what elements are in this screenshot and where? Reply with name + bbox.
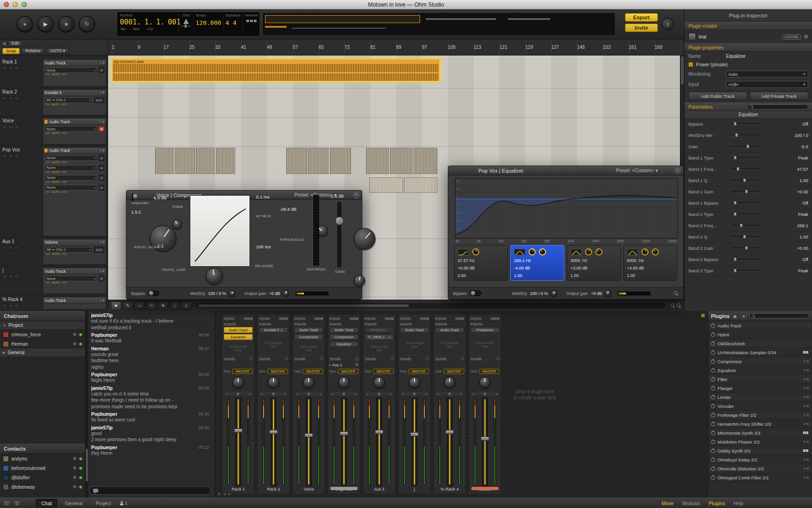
mute-button[interactable]: M <box>99 185 104 190</box>
tile-menu-icon[interactable]: ▪ <box>100 91 101 95</box>
band-knob[interactable] <box>539 248 546 255</box>
mixer-channel[interactable]: InputsnoneInsertsAudio TrackDrop a plugi… <box>398 314 431 494</box>
pan-knob[interactable] <box>479 377 491 388</box>
rack-name[interactable]: % Rack 4 <box>2 297 41 302</box>
inputs-value[interactable]: none <box>350 316 359 321</box>
loop-button[interactable]: ↻ <box>79 16 95 32</box>
tile-menu-icon[interactable]: ▪ <box>100 299 101 302</box>
power-icon[interactable] <box>711 431 715 435</box>
pan-center-control[interactable]: ◂C▸ <box>329 391 359 397</box>
insert-chip[interactable]: Audio Track <box>294 327 323 333</box>
plugin-list-item[interactable]: Mobilohm Phaser 2/2FX <box>708 437 812 446</box>
plugin-list-item[interactable]: FilterFX <box>708 375 812 384</box>
io-select[interactable]: None▾ <box>45 185 97 190</box>
timeline-ruler[interactable]: 1917253341495765738189971051131211291371… <box>108 40 684 56</box>
parameter-slider[interactable] <box>732 214 762 215</box>
parameter-value[interactable]: Peak <box>798 155 808 160</box>
parameter-value[interactable]: -5.6 <box>801 144 808 149</box>
automation-mode[interactable]: ONAUTOOFF <box>45 281 104 284</box>
tab-project[interactable]: Project <box>90 499 117 508</box>
track-tile-header[interactable]: Audio Track▪▾ <box>43 60 106 66</box>
io-select[interactable]: None▾ <box>45 276 97 281</box>
audio-clip[interactable] <box>414 148 437 174</box>
chevron-down-icon[interactable]: ▾ <box>102 240 104 244</box>
rack-name[interactable]: j <box>2 268 41 273</box>
parameter-value[interactable]: 100 / 0 <box>795 133 808 138</box>
pan-center-control[interactable]: ◂C▸ <box>365 391 394 397</box>
aux-send-row[interactable] <box>470 362 500 368</box>
rack-header[interactable]: Voice <box>2 118 41 144</box>
track-tile-header[interactable]: Audio Track▪▾ <box>43 268 106 275</box>
eq-band-panel[interactable]: 5000. Hz+4.00 dB1.00 <box>623 245 677 281</box>
tile-menu-icon[interactable]: ▪ <box>100 61 101 65</box>
auto-dropdown[interactable]: AUTO ▾ <box>47 48 69 54</box>
mixer-channel[interactable]: InputsnoneInsertsAudio TrackCompressorEq… <box>328 314 360 494</box>
send-slot-icon[interactable] <box>285 357 288 360</box>
fader-handle[interactable] <box>445 430 454 434</box>
contact-row[interactable]: andymc⚙ <box>0 454 85 463</box>
play-button[interactable]: ▶ <box>38 16 54 32</box>
aux-send-row[interactable] <box>400 362 429 368</box>
pan-center-control[interactable]: ◂C▸ <box>435 391 464 397</box>
output-routing[interactable]: MASTER <box>408 369 429 374</box>
band-q[interactable]: 1.00 <box>570 272 617 279</box>
automation-mode[interactable]: ONAUTOOFF <box>45 171 104 174</box>
send-slot-icon[interactable] <box>355 357 359 360</box>
pan-center-control[interactable]: ◂C▸ <box>224 391 253 397</box>
power-icon[interactable] <box>711 341 715 346</box>
parameter-slider[interactable] <box>732 247 762 249</box>
track-tile-header[interactable]: Audio Track▪▾ <box>43 148 106 154</box>
output-routing[interactable]: MASTER <box>373 369 394 374</box>
pan-knob[interactable] <box>374 377 385 388</box>
power-icon[interactable] <box>711 368 715 373</box>
parameter-value[interactable]: 47.57 <box>797 167 808 172</box>
bypass-toggle[interactable] <box>470 291 481 296</box>
info-button[interactable]: i <box>662 18 674 30</box>
track-tile-header[interactable]: Audio Track▪▾ <box>43 297 106 304</box>
gear-icon[interactable]: ⚙ <box>73 484 77 489</box>
pan-knob[interactable] <box>409 377 420 388</box>
fader-handle[interactable] <box>304 433 313 437</box>
plugin-list-item[interactable]: OldSkoolVerb <box>708 339 812 348</box>
close-icon[interactable]: ✕ <box>353 192 359 198</box>
audio-clip[interactable] <box>286 148 307 174</box>
send-slot-icon[interactable] <box>426 357 429 360</box>
relative-button[interactable]: Relative <box>22 48 45 54</box>
track-tile[interactable]: Audio Track▪▾ <box>43 297 106 310</box>
track-tile-header[interactable]: Audio Track▪▾ <box>43 119 106 125</box>
send-slot-icon[interactable] <box>496 357 500 360</box>
pan-center-control[interactable]: ◂C▸ <box>400 391 429 397</box>
aux-send-name[interactable]: Aux 1 <box>332 363 343 367</box>
scissors-tool-icon[interactable]: ✂ <box>146 302 156 310</box>
channel-fader[interactable] <box>365 398 394 486</box>
track-tile[interactable]: Audio Track▪▾None▾MONAUTOOFF <box>43 268 106 294</box>
plugin-list-item[interactable]: OhmBoyz Delay 2/2FX <box>708 455 812 464</box>
rack-mini-widget[interactable] <box>15 304 19 308</box>
add-public-track-button[interactable]: Add Public Track <box>688 92 747 100</box>
rack-name[interactable]: Voice <box>2 118 41 123</box>
rack-mini-widget[interactable] <box>8 125 13 129</box>
io-select[interactable]: None▾ <box>45 155 97 161</box>
parameter-value[interactable]: +0.00 <box>797 246 808 251</box>
band-frequency[interactable]: 5000. Hz <box>627 257 673 264</box>
mixer-channel[interactable]: InputsnoneInsertsAudio TrackEqualizerDro… <box>222 314 255 494</box>
speaker-tool-icon[interactable]: ♪ <box>170 302 180 310</box>
plugin-list-item[interactable]: VocoderFX <box>708 402 812 411</box>
output-gain-knob[interactable] <box>605 290 611 296</box>
chevron-down-icon[interactable]: ▾ <box>102 270 104 273</box>
parameter-slider[interactable] <box>732 236 762 238</box>
pencil-tool-icon[interactable]: ✎ <box>123 302 133 310</box>
chevron-down-icon[interactable]: ▾ <box>102 299 104 302</box>
insert-drop-zone[interactable]: Drop a pluginhere <box>365 341 394 356</box>
insert-chip[interactable]: Compressor <box>294 334 323 340</box>
output-routing[interactable]: MASTER <box>479 369 500 374</box>
insert-chip[interactable]: Equalizer <box>224 334 253 340</box>
rack-name[interactable]: Aux 1 <box>2 239 41 244</box>
parameter-value[interactable]: 269.1 <box>797 223 808 228</box>
inputs-value[interactable]: none <box>314 316 323 321</box>
aux-send-row[interactable]: ▸Aux 1↻ <box>329 362 359 368</box>
gain-slider[interactable] <box>337 202 341 268</box>
power-icon[interactable] <box>711 476 715 480</box>
workspace-2-button[interactable]: 2 <box>13 500 21 507</box>
channel-fader[interactable] <box>400 398 429 486</box>
